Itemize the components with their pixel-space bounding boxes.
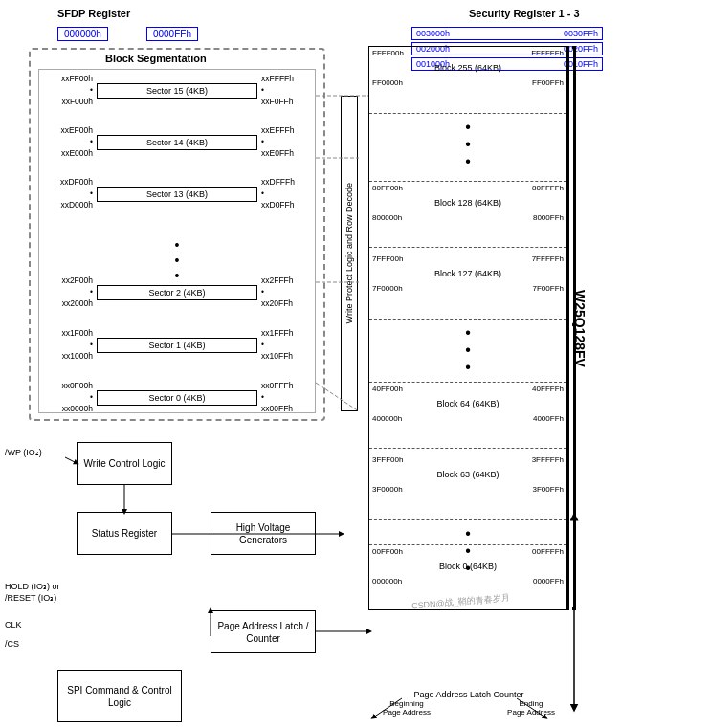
write-protect-area: Write Protect Logic and Row Decode — [341, 96, 358, 411]
sector-15-right: xxFFFFh • xxF0FFh — [257, 74, 315, 108]
sector-14-left: xxEF00h • xxE000h — [39, 125, 97, 160]
high-voltage-box: High Voltage Generators — [211, 512, 316, 555]
block-0-bot-addrs: 000000h 0000FFh — [369, 575, 566, 587]
wp-signal: /WP (IO₂) — [5, 448, 42, 457]
chip-bracket — [572, 46, 576, 610]
page-addr-section: BeginningPage Address EndingPage Address — [368, 699, 569, 717]
status-register-box: Status Register — [77, 512, 172, 555]
block-128-bot-addrs: 800000h 8000FFh — [369, 211, 566, 224]
security-title: Security Register 1 - 3 — [469, 8, 580, 19]
mem-dots-1: ••• — [369, 119, 566, 170]
spi-command-box: SPI Command & Control Logic — [57, 670, 182, 722]
sector-1-box: Sector 1 (4KB) — [97, 338, 257, 353]
block-63-label: Block 63 (64KB) — [369, 466, 566, 483]
sector-15-row: xxFF00h • xxF000h Sector 15 (4KB) xxFFFF… — [39, 74, 315, 108]
mem-dots-2: ••• — [369, 324, 566, 376]
block-63-bot-addrs: 3F0000h 3F00FFh — [369, 483, 566, 496]
block-128-top-addrs: 80FF00h 80FFFFh — [369, 182, 566, 194]
block-127: 7FFF00h 7FFFFFh Block 127 (64KB) 7F0000h… — [369, 253, 566, 320]
sec-reg-1-start: 003000h — [416, 29, 450, 38]
block-seg-title: Block Segmentation — [105, 53, 207, 64]
sector-2-right: xx2FFFh • xx20FFh — [257, 276, 315, 310]
block-127-top-addrs: 7FFF00h 7FFFFFh — [369, 253, 566, 265]
block-127-label: Block 127 (64KB) — [369, 265, 566, 282]
sector-13-box: Sector 13 (4KB) — [97, 187, 257, 202]
sector-2-left: xx2F00h • xx2000h — [39, 276, 97, 310]
sector-0-left: xx0F00h • xx0000h — [39, 381, 97, 415]
block-127-bot-addrs: 7F0000h 7F00FFh — [369, 282, 566, 295]
sector-15-left: xxFF00h • xxF000h — [39, 74, 97, 108]
page-addr-latch-label: Page Address Latch Counter — [368, 690, 569, 699]
sector-1-right: xx1FFFh • xx10FFh — [257, 328, 315, 363]
clk-signal: CLK — [5, 620, 22, 629]
sfdp-bar: 000000h 0000FFh — [57, 27, 198, 41]
write-control-box: Write Control Logic — [77, 442, 172, 485]
block-255: FFFF00h FFFFFFh Block 255 (64KB) FF0000h… — [369, 47, 566, 114]
block-63-top-addrs: 3FFF00h 3FFFFFh — [369, 453, 566, 466]
cs-signal: /CS — [5, 639, 19, 649]
sector-1-row: xx1F00h • xx1000h Sector 1 (4KB) xx1FFFh… — [39, 328, 315, 363]
block-0-top-addrs: 00FF00h 00FFFFh — [369, 545, 566, 558]
reset-signal: /RESET (IO₃) — [5, 593, 56, 603]
sfdp-title: SFDP Register — [57, 8, 130, 19]
sec-reg-1-end: 0030FFh — [564, 29, 598, 38]
sfdp-end: 0000FFh — [146, 27, 198, 41]
sector-13-right: xxDFFFh • xxD0FFh — [257, 177, 315, 211]
sfdp-start: 000000h — [57, 27, 108, 41]
block-255-label: Block 255 (64KB) — [369, 59, 566, 77]
block-64-bot-addrs: 400000h 4000FFh — [369, 412, 566, 425]
memory-map: FFFF00h FFFFFFh Block 255 (64KB) FF0000h… — [368, 46, 569, 610]
beginning-page-addr: BeginningPage Address — [368, 699, 445, 717]
block-255-top-addrs: FFFF00h FFFFFFh — [369, 47, 566, 59]
block-64-label: Block 64 (64KB) — [369, 395, 566, 412]
svg-line-6 — [65, 457, 77, 463]
sector-0-box: Sector 0 (4KB) — [97, 390, 257, 406]
block-128-label: Block 128 (64KB) — [369, 194, 566, 211]
block-seg-inner: xxFF00h • xxF000h Sector 15 (4KB) xxFFFF… — [38, 69, 316, 413]
page-address-label: Page Address Latch / Counter — [215, 620, 311, 645]
write-protect-label: Write Protect Logic and Row Decode — [344, 183, 354, 323]
block-64-top-addrs: 40FF00h 40FFFFh — [369, 383, 566, 395]
spi-command-label: SPI Command & Control Logic — [62, 684, 177, 709]
block-63: 3FFF00h 3FFFFFh Block 63 (64KB) 3F0000h … — [369, 453, 566, 520]
block-128: 80FF00h 80FFFFh Block 128 (64KB) 800000h… — [369, 181, 566, 248]
sector-14-row: xxEF00h • xxE000h Sector 14 (4KB) xxEFFF… — [39, 125, 315, 160]
sector-2-box: Sector 2 (4KB) — [97, 285, 257, 300]
ending-page-addr: EndingPage Address — [493, 699, 569, 717]
sec-reg-1: 003000h 0030FFh — [411, 27, 603, 40]
sector-0-row: xx0F00h • xx0000h Sector 0 (4KB) xx0FFFh… — [39, 381, 315, 415]
write-control-label: Write Control Logic — [84, 457, 166, 470]
sector-1-left: xx1F00h • xx1000h — [39, 328, 97, 363]
sector-2-row: xx2F00h • xx2000h Sector 2 (4KB) xx2FFFh… — [39, 276, 315, 310]
page-address-box: Page Address Latch / Counter — [211, 610, 316, 653]
sector-13-row: xxDF00h • xxD000h Sector 13 (4KB) xxDFFF… — [39, 177, 315, 211]
sector-15-box: Sector 15 (4KB) — [97, 83, 257, 99]
block-0-label: Block 0 (64KB) — [369, 558, 566, 575]
hold-signal: HOLD (IO₃) or — [5, 582, 60, 591]
sector-13-left: xxDF00h • xxD000h — [39, 177, 97, 211]
status-register-label: Status Register — [92, 527, 157, 540]
high-voltage-label: High Voltage Generators — [215, 521, 311, 546]
sector-0-right: xx0FFFh • xx00FFh — [257, 381, 315, 415]
sector-14-right: xxEFFFh • xxE0FFh — [257, 125, 315, 160]
sector-14-box: Sector 14 (4KB) — [97, 135, 257, 150]
block-64: 40FF00h 40FFFFh Block 64 (64KB) 400000h … — [369, 382, 566, 449]
block-255-bot-addrs: FF0000h FF00FFh — [369, 77, 566, 89]
